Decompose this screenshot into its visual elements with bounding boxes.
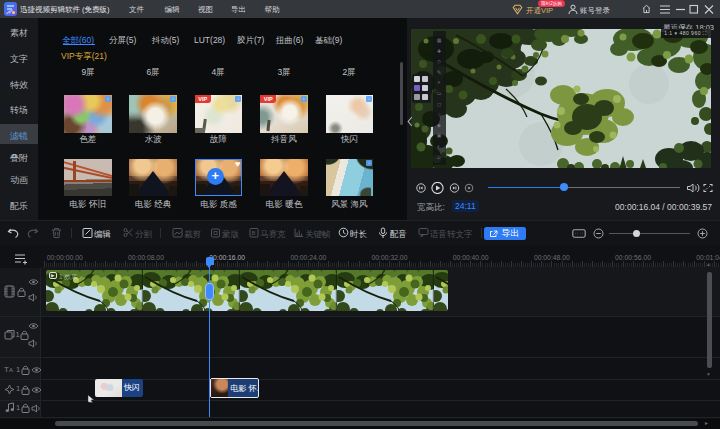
- svg-text:B: B: [251, 230, 255, 236]
